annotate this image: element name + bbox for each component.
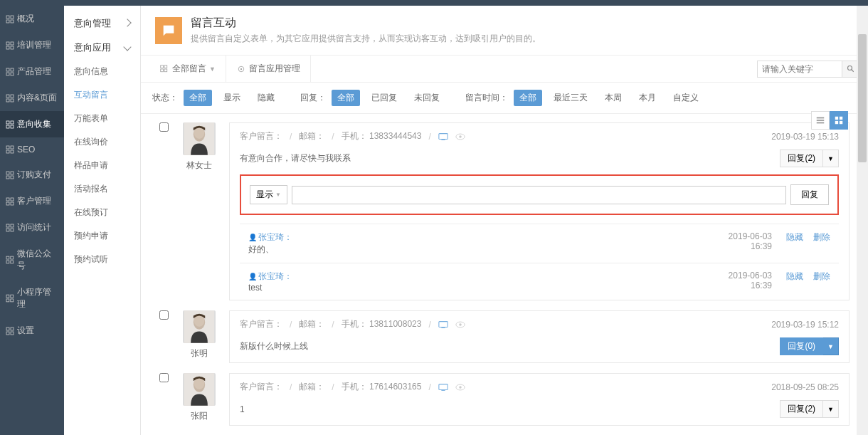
svg-rect-9: [11, 68, 14, 71]
reply-visibility-button[interactable]: 显示 ▼: [250, 185, 287, 204]
search-input[interactable]: [757, 61, 842, 78]
leftnav-stats[interactable]: 访问统计: [0, 214, 64, 241]
leftnav-collect[interactable]: 意向收集: [0, 111, 64, 137]
filter-time-option[interactable]: 最近三天: [548, 90, 593, 106]
svg-point-83: [459, 386, 462, 389]
leftnav-order[interactable]: 订购支付: [0, 162, 64, 188]
message-card: 张阳客户留言：/邮箱：/手机： 17614603165/2018-09-25 0…: [159, 373, 850, 426]
svg-rect-29: [11, 198, 14, 201]
subnav-item[interactable]: 样品申请: [64, 154, 140, 177]
filter-time-option[interactable]: 本周: [599, 90, 628, 106]
message-checkbox[interactable]: [159, 373, 169, 382]
subnav-item[interactable]: 意向信息: [64, 60, 140, 83]
scrollbar[interactable]: [857, 6, 868, 435]
subnav-item[interactable]: 在线预订: [64, 201, 140, 224]
subnav-item[interactable]: 互动留言: [64, 83, 140, 107]
tab-app-manage[interactable]: 留言应用管理: [226, 56, 311, 82]
svg-rect-48: [161, 65, 164, 68]
subnav-item[interactable]: 万能表单: [64, 107, 140, 130]
leftnav-overview[interactable]: 概况: [0, 6, 64, 32]
message-checkbox[interactable]: [159, 310, 169, 320]
reply-delete-link[interactable]: 删除: [813, 231, 830, 243]
reply-compose-box: 显示 ▼回复: [240, 174, 839, 215]
svg-rect-28: [6, 198, 9, 201]
subnav-group[interactable]: 意向管理: [64, 11, 140, 36]
subnav-item[interactable]: 预约试听: [64, 248, 140, 271]
subnav-group[interactable]: 意向应用: [64, 36, 140, 60]
leftnav-content[interactable]: 内容&页面: [0, 85, 64, 111]
svg-rect-6: [6, 46, 9, 49]
svg-rect-35: [11, 229, 14, 231]
reply-user: 张宝琦：: [248, 271, 708, 283]
svg-rect-59: [835, 117, 838, 120]
filter-time-option[interactable]: 全部: [514, 90, 542, 106]
svg-rect-33: [11, 224, 14, 227]
eye-icon: [455, 383, 465, 392]
svg-rect-39: [11, 261, 14, 263]
message-text: 新版什么时候上线: [240, 340, 308, 352]
subnav-item[interactable]: 活动报名: [64, 177, 140, 201]
message-time: 2019-03-19 15:13: [771, 132, 839, 142]
svg-rect-46: [6, 332, 9, 335]
reply-delete-link[interactable]: 删除: [813, 271, 830, 283]
filter-reply-option[interactable]: 已回复: [366, 90, 403, 106]
leftnav-training[interactable]: 培训管理: [0, 32, 64, 58]
svg-point-72: [194, 315, 205, 327]
filter-time-option[interactable]: 本月: [633, 90, 662, 106]
content-area: 留言互动 提供留言自定义表单，为其它应用提供留言支持，从而实现访客互动，达到吸引…: [141, 6, 868, 435]
svg-point-53: [240, 68, 242, 69]
filter-status-option[interactable]: 全部: [184, 90, 212, 106]
message-card: 林女士客户留言：/邮箱：/手机： 13833444543/2019-03-19 …: [159, 122, 850, 300]
leftnav-wechat[interactable]: 微信公众号: [0, 241, 64, 279]
view-grid-button[interactable]: [830, 111, 848, 130]
svg-rect-47: [11, 332, 14, 335]
svg-rect-10: [6, 73, 9, 75]
leftnav-product[interactable]: 产品管理: [0, 58, 64, 85]
subnav-item[interactable]: 在线询价: [64, 130, 140, 154]
eye-icon: [455, 132, 465, 141]
avatar-name: 张明: [179, 347, 219, 360]
filter-status-option[interactable]: 隐藏: [252, 90, 280, 106]
svg-rect-8: [6, 68, 9, 71]
reply-dropdown-button[interactable]: ▼: [823, 150, 839, 167]
reply-dropdown-button[interactable]: ▼: [823, 400, 839, 418]
view-list-button[interactable]: [811, 111, 830, 130]
svg-rect-4: [6, 42, 9, 45]
leftnav-miniapp[interactable]: 小程序管理: [0, 279, 64, 318]
avatar-name: 林女士: [179, 159, 219, 172]
svg-rect-3: [11, 20, 14, 23]
sub-nav: 意向管理意向应用 意向信息互动留言万能表单在线询价样品申请活动报名在线预订预约申…: [64, 6, 141, 435]
reply-hide-link[interactable]: 隐藏: [786, 231, 803, 243]
message-module-icon: [155, 17, 182, 44]
tab-all-messages[interactable]: 全部留言 ▼: [149, 56, 226, 82]
reply-count-button[interactable]: 回复(0): [780, 337, 823, 355]
leftnav-seo[interactable]: SEO: [0, 137, 64, 162]
svg-point-79: [194, 378, 205, 389]
subnav-item[interactable]: 预约申请: [64, 224, 140, 248]
svg-rect-44: [6, 327, 9, 330]
reply-text: test: [248, 283, 708, 293]
svg-rect-30: [6, 202, 9, 205]
leftnav-settings[interactable]: 设置: [0, 318, 64, 344]
svg-rect-21: [11, 146, 14, 149]
svg-line-55: [851, 69, 853, 71]
filter-status-option[interactable]: 显示: [218, 90, 246, 106]
reply-hide-link[interactable]: 隐藏: [786, 271, 803, 283]
reply-dropdown-button[interactable]: ▼: [823, 337, 839, 355]
page-desc: 提供留言自定义表单，为其它应用提供留言支持，从而实现访客互动，达到吸引用户的目的…: [191, 33, 541, 45]
svg-rect-16: [6, 121, 9, 124]
svg-rect-80: [439, 384, 448, 389]
reply-submit-button[interactable]: 回复: [790, 184, 829, 205]
leftnav-customer[interactable]: 客户管理: [0, 188, 64, 214]
message-checkbox[interactable]: [159, 122, 169, 132]
svg-rect-31: [11, 202, 14, 205]
reply-item: 张宝琦：test2019-06-03 16:39隐藏删除: [240, 263, 839, 300]
filter-reply-option[interactable]: 全部: [332, 90, 360, 106]
reply-count-button[interactable]: 回复(2): [780, 400, 823, 418]
message-time: 2018-09-25 08:25: [771, 382, 839, 392]
reply-count-button[interactable]: 回复(2): [780, 150, 823, 167]
reply-input[interactable]: [292, 186, 786, 204]
reply-text: 好的、: [248, 243, 708, 256]
filter-time-option[interactable]: 自定义: [667, 90, 704, 106]
filter-reply-option[interactable]: 未回复: [408, 90, 445, 106]
